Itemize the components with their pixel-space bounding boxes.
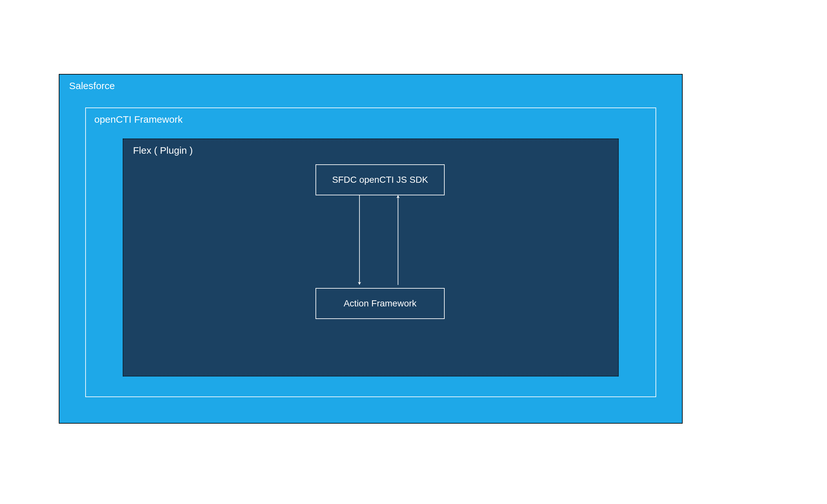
flex-plugin-label: Flex ( Plugin ) — [133, 145, 193, 156]
sfdc-opencti-sdk-box: SFDC openCTI JS SDK — [315, 164, 445, 195]
diagram-canvas: Salesforce openCTI Framework Flex ( Plug… — [59, 74, 683, 423]
sfdc-opencti-sdk-label: SFDC openCTI JS SDK — [332, 175, 428, 185]
flex-plugin-container: Flex ( Plugin ) SFDC openCTI JS SDK Acti… — [123, 139, 619, 376]
opencti-framework-label: openCTI Framework — [94, 114, 183, 125]
salesforce-container: Salesforce openCTI Framework Flex ( Plug… — [59, 74, 683, 423]
salesforce-label: Salesforce — [69, 81, 115, 91]
opencti-framework-container: openCTI Framework Flex ( Plugin ) SFDC o… — [85, 107, 656, 397]
action-framework-box: Action Framework — [315, 288, 445, 319]
action-framework-label: Action Framework — [344, 298, 417, 309]
